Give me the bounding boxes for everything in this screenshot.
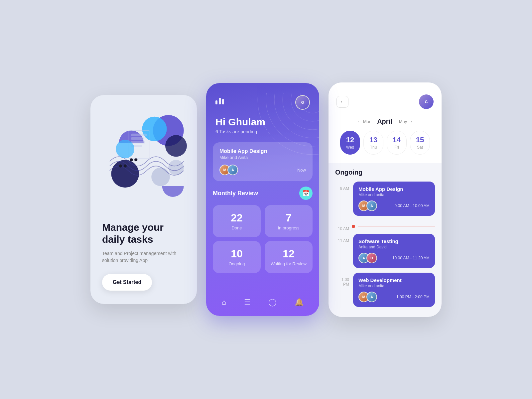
date-day-14: Fri [394, 145, 399, 150]
inprogress-count: 7 [270, 212, 307, 224]
waiting-label: Waiting for Review [270, 261, 307, 266]
review-title: Monthly Review 📅 [213, 187, 313, 200]
nav-bell-icon[interactable]: 🔔 [295, 298, 304, 307]
ongoing-card[interactable]: 10 Ongoing [213, 241, 261, 273]
avatar-anita: A [227, 165, 238, 175]
date-num-13: 13 [369, 136, 377, 144]
nav-person-icon[interactable]: ◯ [268, 298, 277, 307]
date-15[interactable]: 15 Sat [410, 131, 430, 155]
current-time-dot [352, 225, 355, 228]
bar-chart-icon [215, 95, 224, 104]
done-count: 22 [218, 212, 255, 224]
inprogress-label: In progress [270, 225, 307, 230]
event3-time: 1:00 PM - 2:00 PM [396, 295, 430, 299]
date-num-12: 12 [346, 136, 354, 144]
event1-avatar-anita: A [366, 200, 377, 211]
waiting-count: 12 [270, 248, 307, 260]
date-day-12: Wed [346, 145, 354, 150]
inprogress-card[interactable]: 7 In progress [265, 205, 313, 237]
svg-rect-13 [131, 141, 145, 143]
nav-doc-icon[interactable]: ☰ [244, 298, 251, 307]
date-num-15: 15 [416, 136, 424, 144]
calendar-button[interactable]: 📅 [299, 187, 313, 200]
prev-month-button[interactable]: ← Mar [357, 119, 370, 124]
greeting-name: Hi Ghulam [215, 116, 310, 128]
svg-point-8 [119, 165, 122, 168]
done-card[interactable]: 22 Done [213, 205, 261, 237]
user-avatar[interactable]: G [295, 95, 310, 110]
event3-team: Mike and anita [358, 284, 430, 288]
timeline: 9 AM Mobile App Design Mike and anita M … [335, 182, 435, 312]
dashboard-screen: G Hi Ghulam 6 Tasks are pending Mobile A… [206, 83, 319, 316]
svg-point-3 [111, 160, 139, 188]
svg-rect-12 [131, 137, 144, 140]
event-row-2: 11 AM Software Testing Anita and David A… [335, 234, 435, 271]
event2-title: Software Testing [358, 238, 430, 244]
event1-title: Mobile App Design [358, 186, 430, 192]
pending-tasks: 6 Tasks are pending [215, 129, 310, 134]
greeting-section: Hi Ghulam 6 Tasks are pending [206, 116, 319, 142]
ongoing-count: 10 [218, 248, 255, 260]
task-avatars: M A [219, 165, 235, 175]
event2-team: Anita and David [358, 245, 430, 249]
date-14[interactable]: 14 Fri [387, 131, 407, 155]
task-time: Now [297, 168, 306, 173]
svg-point-15 [116, 140, 134, 158]
current-time-line [358, 226, 435, 227]
dashboard-header: G [206, 83, 319, 116]
done-label: Done [218, 225, 255, 230]
event-row-1: 9 AM Mobile App Design Mike and anita M … [335, 182, 435, 219]
task-title: Mobile App Design [219, 148, 306, 154]
event2-avatars: A D [358, 253, 374, 263]
event-web-dev[interactable]: Web Development Mike and anita M A [353, 273, 435, 307]
ongoing-label: Ongoing [218, 261, 255, 266]
event1-time: 9.00 AM - 10.00 AM [395, 203, 430, 208]
event3-title: Web Development [358, 277, 430, 283]
time-100pm: 1:00 PM [335, 273, 349, 310]
waiting-card[interactable]: 12 Waiting for Review [265, 241, 313, 273]
current-month: April [377, 118, 392, 125]
hero-illustration [100, 105, 187, 211]
current-time-indicator: 10 AM [335, 222, 435, 231]
event3-avatars: M A [358, 292, 374, 302]
current-time-label: 10 AM [335, 222, 349, 231]
next-month-button[interactable]: May → [399, 119, 413, 124]
ongoing-section-title: Ongoing [335, 169, 435, 176]
event2-avatar-david: D [366, 253, 377, 263]
event3-avatar-anita: A [366, 292, 377, 302]
svg-point-4 [151, 168, 170, 186]
schedule-screen: ← G ← Mar April May → 12 Wed [329, 82, 442, 317]
schedule-body: Ongoing 9 AM Mobile App Design Mike and … [329, 163, 442, 317]
back-button[interactable]: ← [336, 96, 348, 108]
onboarding-screen: Manage your daily tasks Team and Project… [90, 95, 197, 304]
review-stats-grid: 22 Done 7 In progress 10 Ongoing 12 Wait… [213, 205, 313, 273]
time-11am: 11 AM [335, 234, 349, 271]
task-team: Mike and Anita [219, 155, 306, 160]
svg-rect-11 [131, 134, 147, 136]
svg-point-2 [165, 135, 187, 157]
svg-point-9 [124, 165, 127, 168]
event-row-3: 1:00 PM Web Development Mike and anita M… [335, 273, 435, 310]
event1-team: Mike and anita [358, 193, 430, 197]
bottom-navigation: ⌂ ☰ ◯ 🔔 [206, 293, 319, 316]
calendar-navigation: ← Mar April May → 12 Wed 13 Thu [329, 114, 442, 163]
svg-point-7 [134, 158, 137, 161]
svg-point-1 [142, 117, 167, 141]
event-software-testing[interactable]: Software Testing Anita and David A D [353, 234, 435, 268]
event1-avatars: M A [358, 200, 374, 211]
event-mobile-app[interactable]: Mobile App Design Mike and anita M A [353, 182, 435, 216]
user-avatar-schedule[interactable]: G [419, 94, 434, 109]
date-day-15: Sat [417, 145, 423, 150]
date-13[interactable]: 13 Thu [363, 131, 383, 155]
svg-point-6 [130, 158, 133, 161]
date-12[interactable]: 12 Wed [340, 131, 360, 155]
time-9am: 9 AM [335, 182, 349, 219]
nav-home-icon[interactable]: ⌂ [222, 298, 226, 307]
mobile-app-task-card[interactable]: Mobile App Design Mike and Anita M A Now [213, 142, 313, 181]
monthly-review-section: Monthly Review 📅 [213, 187, 313, 200]
onboarding-title: Manage your daily tasks [102, 221, 185, 245]
date-strip: 12 Wed 13 Thu 14 Fri 15 Sat [336, 131, 434, 160]
get-started-button[interactable]: Get Started [102, 274, 152, 291]
date-day-13: Thu [370, 145, 377, 150]
event2-time: 10.00 AM - 11.20 AM [392, 256, 430, 260]
